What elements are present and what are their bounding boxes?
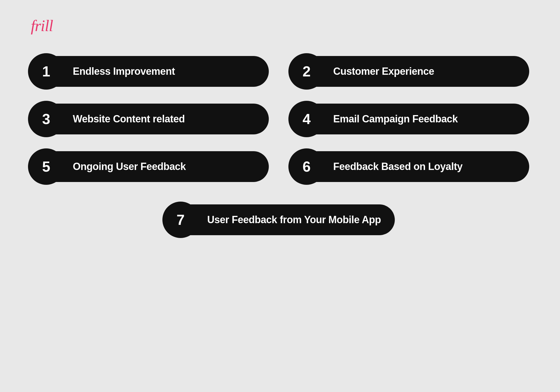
item-label-6: Feedback Based on Loyalty bbox=[325, 161, 471, 172]
item-number-circle-4: 4 bbox=[288, 101, 325, 137]
item-number-4: 4 bbox=[303, 111, 311, 127]
item-pill-4: 4 Email Campaign Feedback bbox=[291, 104, 529, 134]
list-item[interactable]: 1 Endless Improvement bbox=[31, 56, 269, 87]
item-pill-3: 3 Website Content related bbox=[31, 104, 269, 134]
item-number-1: 1 bbox=[42, 63, 50, 80]
item-number-6: 6 bbox=[303, 158, 311, 175]
item-number-circle-1: 1 bbox=[28, 53, 64, 90]
item-label-7: User Feedback from Your Mobile App bbox=[199, 214, 389, 226]
item-label-2: Customer Experience bbox=[325, 66, 443, 77]
item-label-5: Ongoing User Feedback bbox=[64, 161, 194, 172]
item-label-4: Email Campaign Feedback bbox=[325, 113, 466, 125]
item-number-circle-3: 3 bbox=[28, 101, 64, 137]
item-pill-6: 6 Feedback Based on Loyalty bbox=[291, 151, 529, 182]
item-number-circle-2: 2 bbox=[288, 53, 325, 90]
item-pill-1: 1 Endless Improvement bbox=[31, 56, 269, 87]
item-pill-5: 5 Ongoing User Feedback bbox=[31, 151, 269, 182]
list-item[interactable]: 5 Ongoing User Feedback bbox=[31, 151, 269, 182]
item-number-circle-5: 5 bbox=[28, 148, 64, 185]
item-label-3: Website Content related bbox=[64, 113, 193, 125]
item-pill-7: 7 User Feedback from Your Mobile App bbox=[165, 204, 395, 235]
list-item[interactable]: 7 User Feedback from Your Mobile App bbox=[31, 204, 529, 235]
list-item[interactable]: 4 Email Campaign Feedback bbox=[291, 104, 529, 134]
item-label-1: Endless Improvement bbox=[64, 66, 183, 77]
logo: frill bbox=[31, 17, 53, 34]
list-item[interactable]: 3 Website Content related bbox=[31, 104, 269, 134]
item-number-circle-7: 7 bbox=[162, 202, 199, 238]
item-pill-2: 2 Customer Experience bbox=[291, 56, 529, 87]
list-item[interactable]: 6 Feedback Based on Loyalty bbox=[291, 151, 529, 182]
item-number-2: 2 bbox=[303, 63, 311, 80]
items-grid: 1 Endless Improvement 2 Customer Experie… bbox=[31, 56, 529, 235]
item-number-3: 3 bbox=[42, 111, 50, 127]
item-number-7: 7 bbox=[177, 211, 185, 228]
list-item[interactable]: 2 Customer Experience bbox=[291, 56, 529, 87]
item-number-5: 5 bbox=[42, 158, 50, 175]
item-number-circle-6: 6 bbox=[288, 148, 325, 185]
logo-container: frill bbox=[31, 17, 53, 35]
